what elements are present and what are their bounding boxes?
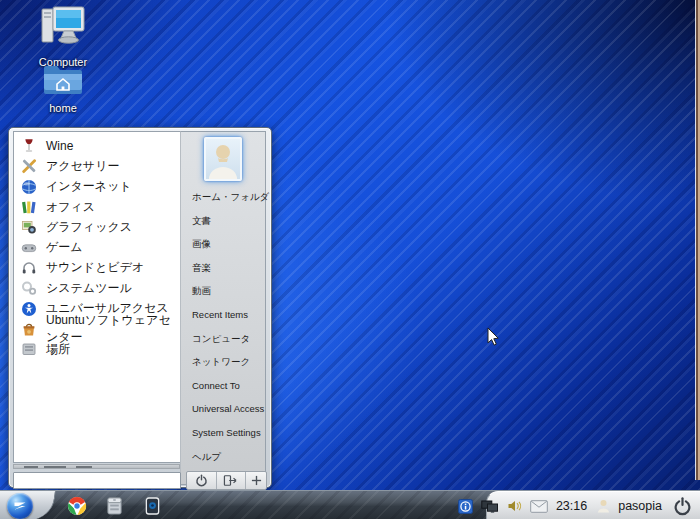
start-menu: Wine アクセサリー インターネット	[8, 127, 272, 488]
mail-indicator[interactable]	[530, 500, 548, 513]
place-network[interactable]: ネットワーク	[192, 355, 265, 368]
file-manager-launcher[interactable]	[104, 495, 125, 516]
session-power-button[interactable]	[673, 497, 692, 516]
app-list-scrollbar[interactable]	[13, 464, 180, 469]
system-tools-icon	[21, 280, 37, 296]
add-button[interactable]	[246, 472, 266, 489]
menu-item-office[interactable]: オフィス	[14, 197, 180, 217]
menu-item-sound-video[interactable]: サウンドとビデオ	[14, 258, 180, 278]
place-connect-to[interactable]: Connect To	[192, 379, 265, 392]
desktop-icon-label: home	[29, 102, 97, 114]
user-avatar[interactable]	[204, 137, 242, 181]
sound-video-headphones-icon	[21, 260, 37, 276]
volume-icon	[507, 499, 522, 513]
system-tray: 23:16 pasopia	[486, 491, 700, 519]
places-drawer-icon	[21, 341, 37, 357]
menu-footer-buttons	[186, 471, 267, 490]
user-menu-indicator[interactable]	[597, 499, 610, 513]
menu-item-system-tools[interactable]: システムツール	[14, 278, 180, 298]
volume-indicator[interactable]	[507, 499, 522, 513]
power-icon	[195, 474, 208, 487]
menu-item-accessories[interactable]: アクセサリー	[14, 156, 180, 176]
input-method-icon	[458, 499, 473, 514]
start-menu-app-list: Wine アクセサリー インターネット	[13, 131, 180, 463]
clock[interactable]: 23:16	[556, 499, 587, 513]
displays-indicator[interactable]	[481, 499, 499, 514]
chrome-launcher[interactable]	[66, 495, 87, 516]
mouse-cursor	[487, 327, 500, 350]
place-pictures[interactable]: 画像	[192, 237, 265, 250]
media-device-icon	[144, 496, 161, 516]
power-icon	[673, 497, 692, 516]
menu-search-input[interactable]	[13, 472, 181, 489]
place-home-folder[interactable]: ホーム・フォルダ	[192, 190, 265, 203]
avatar-person-icon	[206, 139, 240, 179]
graphics-photos-icon	[21, 219, 37, 235]
start-button[interactable]	[7, 493, 33, 519]
accessories-icon	[21, 158, 37, 174]
place-computer[interactable]: コンピュータ	[192, 332, 265, 345]
place-universal-access[interactable]: Universal Access	[192, 402, 265, 415]
software-center-bag-icon	[21, 321, 37, 337]
menu-item-label: システムツール	[46, 280, 132, 297]
menu-item-games[interactable]: ゲーム	[14, 237, 180, 257]
zorin-start-orb-icon	[12, 498, 28, 514]
home-folder-icon	[29, 62, 97, 100]
menu-item-graphics[interactable]: グラフィックス	[14, 217, 180, 237]
universal-access-icon	[21, 301, 37, 317]
logout-button[interactable]	[217, 472, 247, 489]
desktop-wallpaper: Computer home Wine	[0, 0, 700, 519]
wine-glass-icon	[21, 138, 37, 154]
menu-item-label: オフィス	[46, 199, 95, 216]
start-menu-places-panel: ホーム・フォルダ 文書 画像 音楽 動画 Recent Items コンピュータ…	[180, 131, 266, 485]
chrome-icon	[67, 496, 87, 516]
place-videos[interactable]: 動画	[192, 284, 265, 297]
desktop-icon-computer[interactable]: Computer	[29, 6, 97, 68]
games-gamepad-icon	[21, 240, 37, 256]
taskbar: 23:16 pasopia	[0, 490, 700, 519]
menu-item-software-center[interactable]: Ubuntuソフトウェアセンター	[14, 319, 180, 339]
username[interactable]: pasopia	[618, 499, 662, 513]
menu-item-wine[interactable]: Wine	[14, 136, 180, 156]
menu-item-label: アクセサリー	[46, 158, 119, 175]
menu-item-internet[interactable]: インターネット	[14, 177, 180, 197]
desktop-icon-home[interactable]: home	[29, 62, 97, 114]
place-music[interactable]: 音楽	[192, 261, 265, 274]
place-help[interactable]: ヘルプ	[192, 450, 265, 463]
internet-globe-icon	[21, 179, 37, 195]
screen-edge-artifact	[695, 0, 700, 480]
menu-item-label: サウンドとビデオ	[46, 259, 144, 276]
file-manager-icon	[105, 496, 124, 516]
place-recent-items[interactable]: Recent Items	[192, 308, 265, 321]
media-device-launcher[interactable]	[142, 495, 163, 516]
user-icon	[597, 499, 610, 513]
place-documents[interactable]: 文書	[192, 214, 265, 227]
mail-icon	[530, 500, 548, 513]
logout-icon	[223, 474, 238, 487]
place-system-settings[interactable]: System Settings	[192, 426, 265, 439]
input-method-indicator[interactable]	[458, 499, 473, 514]
menu-item-label: ゲーム	[46, 239, 83, 256]
menu-item-label: グラフィックス	[46, 219, 132, 236]
taskbar-launchers	[60, 491, 163, 519]
computer-icon	[29, 6, 97, 54]
plus-icon	[251, 475, 262, 486]
menu-item-label: 場所	[46, 341, 70, 358]
menu-item-label: Wine	[46, 139, 73, 153]
office-books-icon	[21, 199, 37, 215]
shutdown-button[interactable]	[187, 472, 217, 489]
menu-item-label: インターネット	[46, 178, 132, 195]
displays-icon	[481, 499, 499, 514]
